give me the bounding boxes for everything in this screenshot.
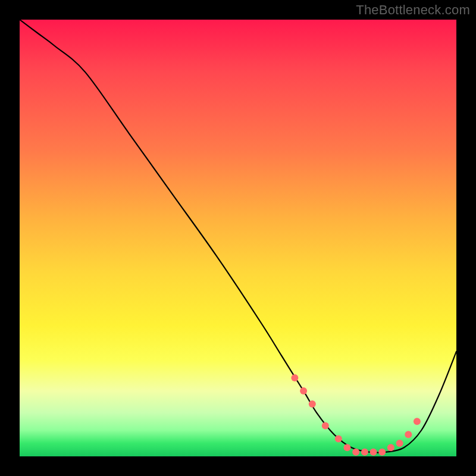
curve-svg bbox=[20, 20, 456, 456]
chart-frame: TheBottleneck.com bbox=[0, 0, 476, 476]
highlight-dot bbox=[300, 387, 307, 394]
highlight-dot bbox=[378, 449, 386, 456]
highlight-dot bbox=[344, 444, 351, 451]
highlight-dot bbox=[309, 400, 316, 408]
highlight-dot bbox=[370, 449, 377, 456]
highlight-dot bbox=[322, 422, 329, 430]
watermark-text: TheBottleneck.com bbox=[356, 2, 470, 18]
highlight-dots bbox=[291, 374, 421, 456]
highlight-dot bbox=[291, 374, 298, 381]
highlight-dot bbox=[361, 449, 368, 456]
highlight-dot bbox=[335, 436, 342, 443]
highlight-dot bbox=[396, 440, 403, 447]
bottleneck-curve bbox=[20, 20, 456, 453]
plot-area bbox=[20, 20, 456, 456]
highlight-dot bbox=[352, 449, 359, 456]
highlight-dot bbox=[414, 418, 421, 425]
highlight-dot bbox=[405, 431, 412, 438]
highlight-dot bbox=[387, 444, 394, 451]
